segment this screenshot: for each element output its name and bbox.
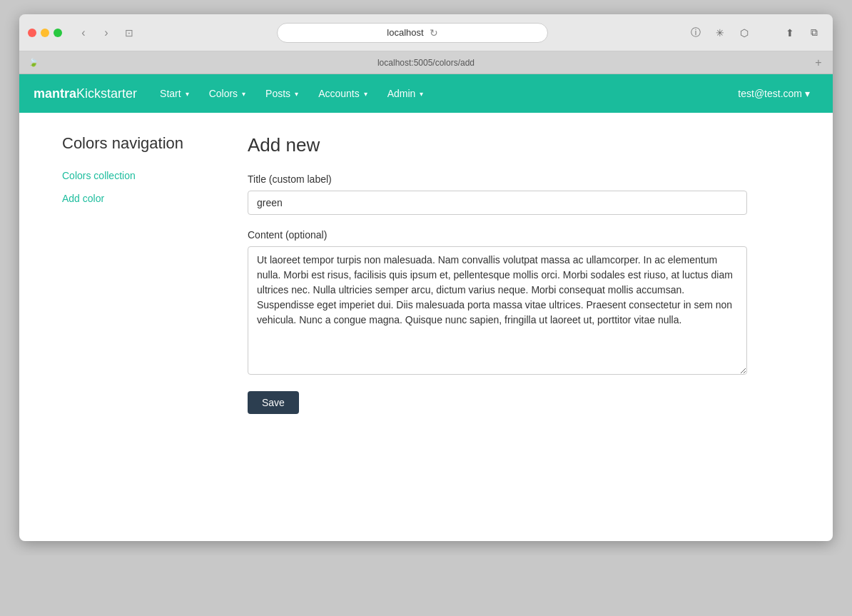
nav-label-accounts: Accounts (318, 88, 360, 99)
reload-icon[interactable]: ↻ (430, 27, 438, 39)
share-icon[interactable]: ⬆ (780, 23, 800, 43)
nav-item-admin[interactable]: Admin ▾ (379, 84, 432, 103)
toolbar-icons: ⓘ ✳ ⬡ ⬆ ⧉ (686, 23, 824, 43)
nav-label-admin: Admin (387, 88, 416, 99)
forward-button[interactable]: › (96, 23, 116, 43)
sidebar-link-add-color[interactable]: Add color (62, 190, 219, 207)
address-bar[interactable]: localhost ↻ (277, 23, 548, 43)
nav-label-start: Start (160, 88, 181, 99)
browser-titlebar: ‹ › ⊡ localhost ↻ ⓘ ✳ ⬡ ⬆ ⧉ (19, 14, 833, 51)
split-button: ⊡ (119, 23, 139, 43)
address-bar-container: localhost ↻ (145, 23, 680, 43)
tab-leaf-icon: 🍃 (26, 56, 41, 70)
pocket-icon[interactable]: ⬡ (734, 23, 754, 43)
user-email: test@test.com (738, 88, 802, 99)
caret-admin: ▾ (420, 90, 423, 98)
title-form-group: Title (custom label) (248, 173, 747, 215)
nav-item-posts[interactable]: Posts ▾ (257, 84, 307, 103)
brand-bold: mantra (34, 86, 76, 101)
content-label: Content (optional) (248, 229, 747, 241)
navbar: mantraKickstarter Start ▾ Colors ▾ Posts… (19, 74, 833, 113)
address-text: localhost (387, 27, 423, 38)
brand-light: Kickstarter (76, 86, 137, 101)
browser-nav-buttons: ‹ › ⊡ (73, 23, 139, 43)
sidebar-link-colors-collection[interactable]: Colors collection (62, 167, 219, 184)
caret-colors: ▾ (242, 90, 245, 98)
nav-item-accounts[interactable]: Accounts ▾ (310, 84, 376, 103)
page-container: Colors navigation Colors collection Add … (19, 113, 833, 541)
new-tab-icon[interactable]: ⧉ (804, 23, 824, 43)
extensions-icon[interactable]: ✳ (710, 23, 730, 43)
navbar-brand[interactable]: mantraKickstarter (34, 86, 137, 101)
minimize-button[interactable] (41, 29, 49, 37)
caret-user: ▾ (805, 88, 810, 99)
content-form-group: Content (optional) Ut laoreet tempor tur… (248, 229, 747, 377)
browser-window: ‹ › ⊡ localhost ↻ ⓘ ✳ ⬡ ⬆ ⧉ 🍃 localhost:… (19, 14, 833, 541)
nav-item-start[interactable]: Start ▾ (151, 84, 198, 103)
title-label: Title (custom label) (248, 173, 747, 185)
app-content: mantraKickstarter Start ▾ Colors ▾ Posts… (19, 74, 833, 541)
page-heading: Add new (248, 134, 747, 156)
new-tab-button[interactable]: + (811, 56, 826, 70)
browser-tabbar: 🍃 localhost:5005/colors/add + (19, 51, 833, 74)
nav-label-colors: Colors (209, 88, 238, 99)
nav-label-posts: Posts (265, 88, 290, 99)
content-textarea[interactable]: Ut laoreet tempor turpis non malesuada. … (248, 246, 747, 375)
tab-url: localhost:5005/colors/add (41, 58, 811, 68)
navbar-right: test@test.com ▾ (729, 84, 818, 103)
caret-start: ▾ (186, 90, 189, 98)
title-input[interactable] (248, 191, 747, 215)
save-button[interactable]: Save (248, 391, 299, 414)
fullscreen-button[interactable] (54, 29, 62, 37)
nav-item-colors[interactable]: Colors ▾ (201, 84, 254, 103)
info-icon[interactable]: ⓘ (686, 23, 706, 43)
sidebar-title: Colors navigation (62, 134, 219, 153)
traffic-lights (28, 29, 62, 37)
close-button[interactable] (28, 29, 36, 37)
caret-accounts: ▾ (364, 90, 367, 98)
sidebar: Colors navigation Colors collection Add … (62, 134, 219, 520)
user-menu[interactable]: test@test.com ▾ (729, 84, 818, 103)
back-button[interactable]: ‹ (73, 23, 93, 43)
main-content: Add new Title (custom label) Content (op… (248, 134, 747, 520)
navbar-nav: Start ▾ Colors ▾ Posts ▾ Accounts ▾ Admi… (151, 84, 729, 103)
caret-posts: ▾ (295, 90, 298, 98)
